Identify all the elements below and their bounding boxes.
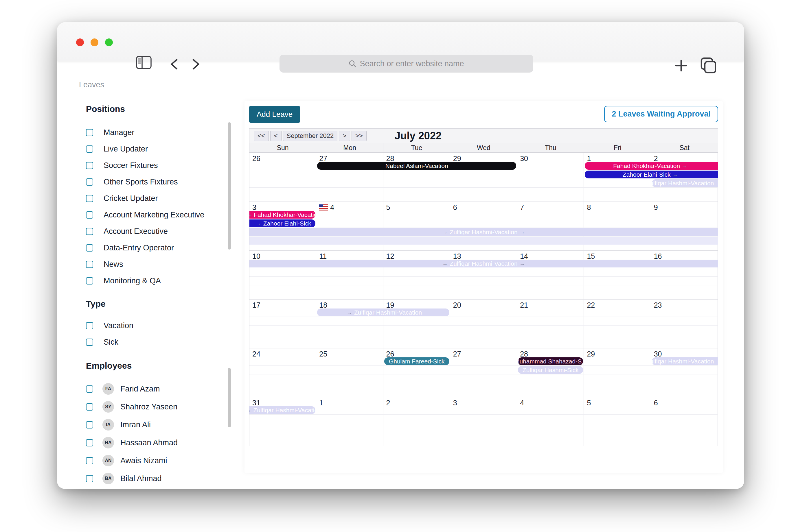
day-cell-3[interactable]: 3: [450, 397, 517, 446]
day-cell-31[interactable]: 31: [249, 397, 316, 446]
lane-divider: [249, 423, 718, 423]
day-cell-29[interactable]: 29: [584, 348, 651, 397]
date-wrap: 3: [453, 399, 517, 407]
day-cell-16[interactable]: 16: [651, 251, 718, 299]
back-button-icon[interactable]: [170, 58, 179, 70]
day-cell-18[interactable]: 18: [316, 300, 383, 348]
avatar: IA: [103, 419, 114, 431]
checkbox-awais-nizami[interactable]: [86, 457, 93, 464]
date-wrap: 5: [386, 203, 450, 212]
nav-first-button[interactable]: <<: [254, 131, 269, 141]
checkbox-vacation[interactable]: [86, 322, 93, 329]
day-cell-27[interactable]: 27: [316, 153, 383, 202]
day-cell-12[interactable]: 12: [383, 251, 450, 299]
us-flag-icon: [319, 204, 328, 210]
day-cell-19[interactable]: 19: [383, 300, 450, 348]
checkbox-bilal-ahmad[interactable]: [86, 475, 93, 482]
calendar-event-fahad-khokhar-vacation[interactable]: →Fahad Khokhar-Vacation: [249, 211, 315, 218]
date-wrap: 29: [587, 350, 650, 358]
positions-scrollbar-thumb[interactable]: [228, 122, 231, 249]
leaves-waiting-approval-button[interactable]: 2 Leaves Waiting Approval: [604, 106, 718, 122]
continues-before-arrow-icon: →: [256, 220, 261, 227]
checkbox-account-executive[interactable]: [86, 228, 93, 235]
checkbox-soccer-fixtures[interactable]: [86, 162, 93, 169]
tab-overview-icon[interactable]: [698, 57, 716, 74]
day-cell-24[interactable]: 24: [249, 348, 316, 397]
calendar-event-nabeel-aslam-vacation[interactable]: Nabeel Aslam-Vacation: [317, 162, 516, 170]
checkbox-account-marketing-executive[interactable]: [86, 211, 93, 218]
nav-next-button[interactable]: >: [339, 131, 350, 141]
checkbox-farid-azam[interactable]: [86, 385, 93, 393]
date-wrap: 11: [319, 252, 383, 261]
calendar-event-unlabeled[interactable]: [249, 237, 718, 245]
lane-divider: [249, 414, 718, 415]
checkbox-live-updater[interactable]: [86, 146, 93, 153]
close-window-button[interactable]: [76, 38, 84, 46]
checkbox-sick[interactable]: [86, 339, 93, 346]
day-cell-23[interactable]: 23: [651, 300, 718, 348]
day-cell-25[interactable]: 25: [316, 348, 383, 397]
calendar-event-zulfiqar-hashmi-vacation[interactable]: →Zulfiqar Hashmi-Vacation→: [249, 260, 718, 267]
nav-month-picker[interactable]: September 2022: [283, 131, 338, 141]
day-cell-22[interactable]: 22: [584, 300, 651, 348]
continues-before-arrow-icon: →: [347, 309, 352, 316]
calendar-event-muhammad-shahazad-s[interactable]: Muhammad Shahazad-S...: [518, 357, 583, 365]
day-cell-27[interactable]: 27: [450, 348, 517, 397]
day-cell-10[interactable]: 10: [249, 251, 316, 299]
minimize-window-button[interactable]: [91, 38, 98, 46]
day-cell-28[interactable]: 28: [383, 153, 450, 202]
checkbox-cricket-updater[interactable]: [86, 195, 93, 202]
date-number: 29: [587, 350, 595, 358]
address-bar[interactable]: Search or enter website name: [279, 55, 533, 73]
calendar-event-zulfiqar-hashmi-vacation[interactable]: →Zulfiqar Hashmi-Vacation: [317, 308, 449, 316]
checkbox-news[interactable]: [86, 261, 93, 268]
calendar-event-zahoor-elahi-sick[interactable]: →Zahoor Elahi-Sick: [249, 220, 315, 227]
day-cell-30[interactable]: 30: [651, 348, 718, 397]
day-cell-14[interactable]: 14: [517, 251, 584, 299]
checkbox-imran-ali[interactable]: [86, 421, 93, 429]
lane-divider: [249, 374, 718, 375]
day-cell-17[interactable]: 17: [249, 300, 316, 348]
day-cell-29[interactable]: 29: [450, 153, 517, 202]
calendar-event-fahad-khokhar-vacation[interactable]: Fahad Khokhar-Vacation→: [585, 162, 718, 170]
calendar-event-ghulam-fareed-sick[interactable]: Ghulam Fareed-Sick: [384, 357, 449, 365]
calendar-event-zulfiqar-hashmi-vacation[interactable]: Zulfiqar Hashmi-Vacation→: [652, 357, 718, 365]
add-leave-button[interactable]: Add Leave: [249, 106, 300, 123]
day-cell-4[interactable]: 4: [517, 397, 584, 446]
day-cell-15[interactable]: 15: [584, 251, 651, 299]
day-cell-20[interactable]: 20: [450, 300, 517, 348]
calendar-event-zulfiqar-hashmi-vacation[interactable]: →Zulfiqar Hashmi-Vacation→: [249, 228, 718, 236]
checkbox-hassaan-ahmad[interactable]: [86, 439, 93, 446]
employees-scrollbar-thumb[interactable]: [228, 368, 231, 428]
day-cell-26[interactable]: 26: [249, 153, 316, 202]
day-cell-5[interactable]: 5: [584, 397, 651, 446]
nav-prev-button[interactable]: <: [270, 131, 281, 141]
date-wrap: 18: [319, 301, 383, 309]
date-number: 19: [386, 301, 394, 309]
checkbox-manager[interactable]: [86, 129, 93, 136]
day-cell-6[interactable]: 6: [651, 397, 718, 446]
day-cell-26[interactable]: 26: [383, 348, 450, 397]
day-cell-2[interactable]: 2: [383, 397, 450, 446]
forward-button-icon[interactable]: [191, 58, 200, 70]
day-cell-11[interactable]: 11: [316, 251, 383, 299]
date-number: 3: [453, 399, 457, 407]
day-cell-30[interactable]: 30: [517, 153, 584, 202]
nav-last-button[interactable]: >>: [352, 131, 367, 141]
checkbox-other-sports-fixtures[interactable]: [86, 178, 93, 186]
calendar-event-zahoor-elahi-sick[interactable]: Zahoor Elahi-Sick→: [585, 171, 718, 178]
day-cell-1[interactable]: 1: [316, 397, 383, 446]
calendar-event-zulfiqar-hashmi-vacation[interactable]: →Zulfiqar Hashmi-Vacation: [249, 406, 315, 414]
checkbox-shahroz-yaseen[interactable]: [86, 403, 93, 411]
checkbox-data-entry-operator[interactable]: [86, 244, 93, 251]
date-wrap: 6: [654, 399, 718, 407]
calendar-event-zulfiqar-hashmi-sick[interactable]: Zulfiqar Hashmi-Sick: [518, 366, 583, 374]
checkbox-monitoring-qa[interactable]: [86, 277, 93, 285]
day-cell-21[interactable]: 21: [517, 300, 584, 348]
sidebar-toggle-icon[interactable]: [136, 56, 152, 69]
zoom-window-button[interactable]: [105, 38, 113, 46]
calendar-event-zulfiqar-hashmi-vacation[interactable]: Zulfiqar Hashmi-Vacation→: [652, 179, 718, 187]
date-number: 5: [386, 203, 390, 212]
new-tab-icon[interactable]: [675, 59, 687, 72]
day-cell-13[interactable]: 13: [450, 251, 517, 299]
